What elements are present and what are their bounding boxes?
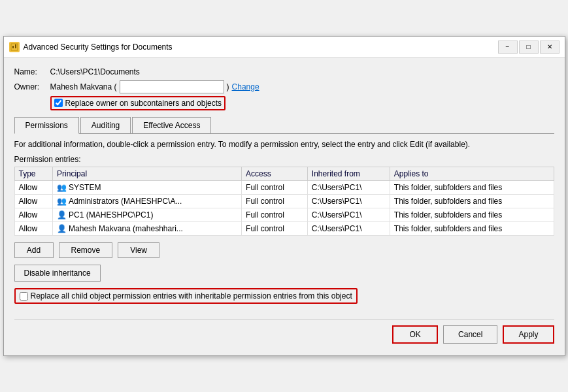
remove-button[interactable]: Remove [59, 242, 113, 258]
replace-all-highlight: Replace all child object permission entr… [14, 288, 358, 304]
window-icon [9, 42, 20, 52]
owner-input[interactable] [120, 80, 224, 93]
cancel-button[interactable]: Cancel [443, 325, 497, 344]
dialog-buttons: OK Cancel Apply [14, 319, 554, 346]
title-controls: − □ ✕ [498, 41, 560, 54]
svg-rect-2 [15, 44, 16, 48]
cell-type: Allow [14, 222, 53, 236]
cell-principal: 👤PC1 (MAHESHPC\PC1) [53, 208, 242, 222]
replace-owner-highlight: Replace owner on subcontainers and objec… [50, 96, 226, 110]
cell-inherited: C:\Users\PC1\ [307, 181, 390, 195]
apply-button[interactable]: Apply [503, 325, 554, 344]
table-row[interactable]: Allow 👤PC1 (MAHESHPC\PC1) Full control C… [14, 208, 554, 222]
replace-all-row: Replace all child object permission entr… [14, 288, 554, 313]
name-label: Name: [14, 67, 50, 76]
window-title: Advanced Security Settings for Documents [24, 42, 498, 52]
owner-name: Mahesh Makvana ( [50, 82, 117, 91]
disable-inheritance-button[interactable]: Disable inheritance [14, 265, 101, 282]
replace-owner-label: Replace owner on subcontainers and objec… [65, 99, 222, 108]
owner-paren: ) [227, 82, 229, 91]
perm-entries-label: Permission entries: [14, 155, 554, 164]
cell-access: Full control [242, 195, 308, 208]
svg-rect-1 [12, 46, 14, 48]
replace-owner-row: Replace owner on subcontainers and objec… [50, 96, 554, 110]
tab-effective-access[interactable]: Effective Access [132, 117, 211, 133]
cell-inherited: C:\Users\PC1\ [307, 195, 390, 208]
dialog-content: Name: C:\Users\PC1\Documents Owner: Mahe… [4, 58, 565, 356]
view-button[interactable]: View [118, 242, 159, 258]
table-row[interactable]: Allow 👤Mahesh Makvana (maheshhari... Ful… [14, 222, 554, 236]
cell-principal: 👥SYSTEM [53, 181, 242, 195]
owner-row: Owner: Mahesh Makvana ( ) Change [14, 80, 554, 93]
change-owner-link[interactable]: Change [232, 82, 259, 91]
col-applies: Applies to [390, 167, 554, 181]
table-header-row: Type Principal Access Inherited from App… [14, 167, 554, 181]
col-principal: Principal [53, 167, 242, 181]
replace-owner-checkbox[interactable] [54, 99, 63, 107]
cell-principal: 👤Mahesh Makvana (maheshhari... [53, 222, 242, 236]
cell-access: Full control [242, 208, 308, 222]
title-bar: Advanced Security Settings for Documents… [4, 37, 565, 58]
svg-rect-0 [11, 44, 18, 50]
close-button[interactable]: ✕ [540, 41, 560, 54]
name-value: C:\Users\PC1\Documents [50, 67, 140, 76]
table-row[interactable]: Allow 👥Administrators (MAHESHPC\A... Ful… [14, 195, 554, 208]
tab-permissions[interactable]: Permissions [14, 117, 79, 134]
ok-button[interactable]: OK [392, 325, 438, 344]
main-window: Advanced Security Settings for Documents… [3, 36, 565, 357]
info-text: For additional information, double-click… [14, 139, 554, 150]
replace-all-checkbox[interactable] [20, 292, 28, 301]
name-row: Name: C:\Users\PC1\Documents [14, 67, 554, 76]
tab-auditing[interactable]: Auditing [80, 117, 131, 133]
col-type: Type [14, 167, 53, 181]
cell-principal: 👥Administrators (MAHESHPC\A... [53, 195, 242, 208]
cell-type: Allow [14, 181, 53, 195]
cell-applies: This folder, subfolders and files [390, 195, 554, 208]
add-button[interactable]: Add [14, 242, 54, 258]
action-buttons: Add Remove View [14, 242, 554, 258]
col-access: Access [242, 167, 308, 181]
owner-label: Owner: [14, 82, 50, 91]
cell-type: Allow [14, 195, 53, 208]
cell-type: Allow [14, 208, 53, 222]
cell-inherited: C:\Users\PC1\ [307, 208, 390, 222]
cell-inherited: C:\Users\PC1\ [307, 222, 390, 236]
col-inherited: Inherited from [307, 167, 390, 181]
tab-bar: Permissions Auditing Effective Access [14, 117, 554, 134]
replace-all-label: Replace all child object permission entr… [31, 291, 352, 301]
cell-access: Full control [242, 181, 308, 195]
permissions-table: Type Principal Access Inherited from App… [14, 167, 554, 236]
cell-applies: This folder, subfolders and files [390, 208, 554, 222]
minimize-button[interactable]: − [498, 41, 518, 54]
cell-applies: This folder, subfolders and files [390, 222, 554, 236]
maximize-button[interactable]: □ [519, 41, 539, 54]
table-row[interactable]: Allow 👥SYSTEM Full control C:\Users\PC1\… [14, 181, 554, 195]
cell-applies: This folder, subfolders and files [390, 181, 554, 195]
cell-access: Full control [242, 222, 308, 236]
